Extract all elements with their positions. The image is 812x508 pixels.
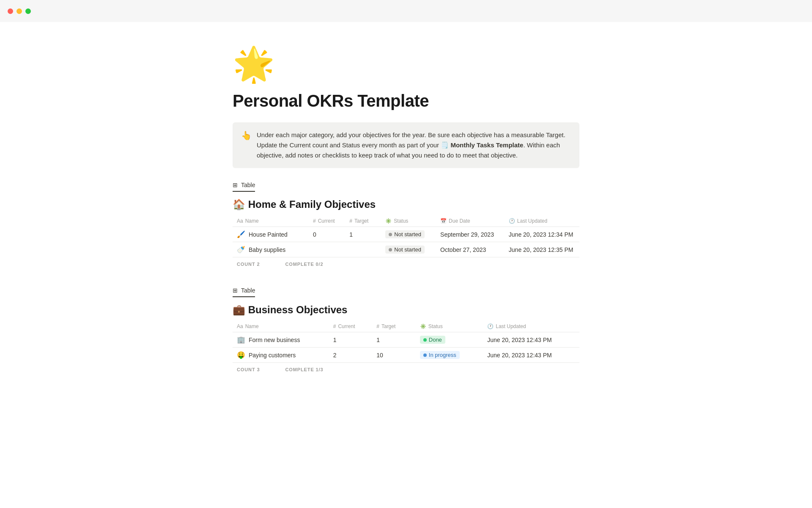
cell-name: 🖌️ House Painted: [233, 227, 309, 242]
cell-last-updated: June 20, 2023 12:43 PM: [483, 348, 579, 363]
th-updated-home: 🕐Last Updated: [505, 215, 579, 227]
cell-due-date: September 29, 2023: [436, 227, 505, 242]
table-row[interactable]: 🍼 Baby supplies Not started October 27, …: [233, 242, 579, 257]
table-label-text-home: Table: [241, 182, 255, 188]
cell-status: Not started: [381, 242, 436, 257]
cell-due-date: October 27, 2023: [436, 242, 505, 257]
close-button[interactable]: [8, 8, 13, 14]
th-status-home: ✳️Status: [381, 215, 436, 227]
table-business: AaName #Current #Target ✳️Status 🕐Last U…: [233, 321, 579, 363]
status-badge: In progress: [420, 351, 460, 359]
cell-status: Done: [416, 332, 483, 348]
cell-last-updated: June 20, 2023 12:43 PM: [483, 332, 579, 348]
table-icon-business: ⊞: [233, 287, 238, 294]
status-dot: [389, 248, 392, 251]
cell-current: 2: [329, 348, 373, 363]
row-name-text: Form new business: [249, 337, 300, 343]
callout-text: Under each major category, add your obje…: [257, 130, 571, 160]
table-footer-home: COUNT 2 COMPLETE 0/2: [233, 258, 579, 270]
status-badge: Not started: [385, 230, 425, 238]
maximize-button[interactable]: [25, 8, 31, 14]
status-text: In progress: [429, 352, 456, 358]
complete-stat-business: COMPLETE 1/3: [285, 367, 323, 372]
section-heading-home: 🏠 Home & Family Objectives: [233, 199, 579, 210]
cell-current: 1: [329, 332, 373, 348]
cell-target: [345, 242, 381, 257]
table-label-home[interactable]: ⊞ Table: [233, 182, 255, 192]
th-status-business: ✳️Status: [416, 321, 483, 332]
minimize-button[interactable]: [16, 8, 22, 14]
th-current-business: #Current: [329, 321, 373, 332]
th-target-business: #Target: [372, 321, 416, 332]
row-icon: 🍼: [237, 246, 245, 254]
th-current-home: #Current: [309, 215, 345, 227]
complete-stat-home: COMPLETE 0/2: [285, 262, 323, 267]
cell-last-updated: June 20, 2023 12:34 PM: [505, 227, 579, 242]
th-due-home: 📅Due Date: [436, 215, 505, 227]
callout-box: 👆 Under each major category, add your ob…: [233, 122, 579, 168]
cell-current: 0: [309, 227, 345, 242]
cell-last-updated: June 20, 2023 12:35 PM: [505, 242, 579, 257]
table-home: AaName #Current #Target ✳️Status 📅Due Da…: [233, 215, 579, 257]
row-icon: 🖌️: [237, 230, 245, 238]
status-dot: [389, 233, 392, 236]
row-icon: 🏢: [237, 336, 245, 344]
section-heading-business: 💼 Business Objectives: [233, 304, 579, 316]
cell-status: In progress: [416, 348, 483, 363]
cell-name: 🤑 Paying customers: [233, 348, 329, 363]
table-icon-home: ⊞: [233, 182, 238, 188]
th-name-business: AaName: [233, 321, 329, 332]
table-footer-business: COUNT 3 COMPLETE 1/3: [233, 364, 579, 375]
cell-status: Not started: [381, 227, 436, 242]
th-updated-business: 🕐Last Updated: [483, 321, 579, 332]
page-title: Personal OKRs Template: [233, 91, 579, 110]
th-target-home: #Target: [345, 215, 381, 227]
status-dot: [423, 338, 427, 342]
count-stat-business: COUNT 3: [237, 367, 260, 372]
cell-name: 🍼 Baby supplies: [233, 242, 309, 257]
page-content: 🌟 Personal OKRs Template 👆 Under each ma…: [216, 22, 596, 426]
cell-target: 10: [372, 348, 416, 363]
row-icon: 🤑: [237, 351, 245, 359]
section-heading-icon-home: 🏠: [233, 199, 245, 210]
status-text: Done: [429, 337, 442, 343]
count-stat-home: COUNT 2: [237, 262, 260, 267]
table-row[interactable]: 🏢 Form new business 1 1 Done June 20, 20…: [233, 332, 579, 348]
cell-name: 🏢 Form new business: [233, 332, 329, 348]
status-text: Not started: [394, 231, 421, 237]
status-dot: [423, 353, 427, 357]
row-name-text: Paying customers: [249, 352, 296, 359]
status-text: Not started: [394, 246, 421, 253]
cell-target: 1: [345, 227, 381, 242]
page-icon: 🌟: [233, 47, 579, 81]
section-heading-icon-business: 💼: [233, 304, 245, 315]
cell-current: [309, 242, 345, 257]
status-badge: Not started: [385, 246, 425, 254]
section-business: ⊞ Table 💼 Business Objectives AaName #Cu…: [233, 287, 579, 375]
titlebar: [0, 0, 812, 22]
table-label-text-business: Table: [241, 287, 255, 294]
th-name-home: AaName: [233, 215, 309, 227]
table-row[interactable]: 🤑 Paying customers 2 10 In progress June…: [233, 348, 579, 363]
section-home-family: ⊞ Table 🏠 Home & Family Objectives AaNam…: [233, 182, 579, 270]
row-name-text: House Painted: [249, 231, 288, 238]
row-name-text: Baby supplies: [249, 246, 285, 253]
cell-target: 1: [372, 332, 416, 348]
callout-icon: 👆: [241, 130, 252, 160]
table-label-business[interactable]: ⊞ Table: [233, 287, 255, 297]
table-row[interactable]: 🖌️ House Painted 0 1 Not started Septemb…: [233, 227, 579, 242]
status-badge: Done: [420, 336, 445, 344]
